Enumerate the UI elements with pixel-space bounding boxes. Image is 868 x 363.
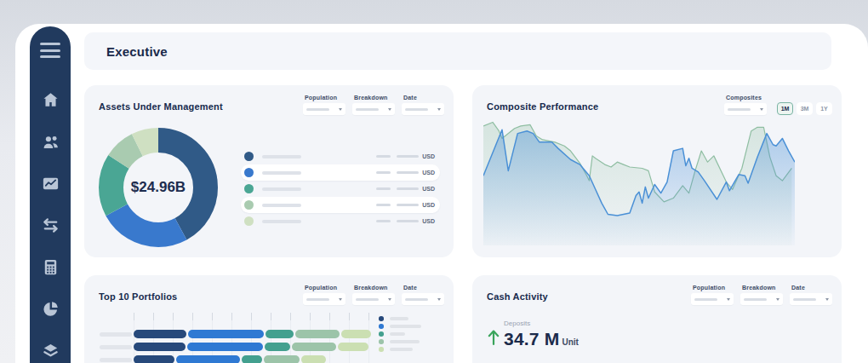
aum-donut-chart: $24.96B [98, 127, 219, 248]
card-composite-performance: Composite Performance Composites 1M3M1Y [472, 85, 842, 257]
text-placeholder [262, 187, 301, 191]
select-placeholder [793, 298, 816, 301]
text-placeholder [390, 348, 413, 351]
select-placeholder [728, 108, 751, 111]
chevron-down-icon [437, 108, 441, 111]
page-header: Executive [84, 32, 831, 70]
text-placeholder [390, 317, 408, 320]
bar-segment [338, 343, 368, 351]
clients-icon[interactable] [41, 132, 60, 152]
chevron-down-icon [437, 298, 441, 301]
aum-legend-row[interactable]: USD [241, 148, 440, 164]
range-button-1m[interactable]: 1M [777, 102, 793, 115]
filter-select-date[interactable] [402, 103, 444, 115]
bar-segment [242, 355, 262, 363]
filter-group-population: Population [303, 95, 345, 115]
metric-label: Deposits [504, 320, 579, 327]
currency-label: USD [422, 186, 435, 192]
aum-legend-row[interactable]: USD [241, 213, 440, 229]
card-title: Assets Under Management [99, 101, 223, 112]
filter-bar: PopulationBreakdownDate [691, 285, 832, 305]
filter-select-composites[interactable] [724, 103, 767, 115]
value-placeholder [376, 155, 391, 158]
filter-group-population: Population [691, 285, 734, 305]
metric-value: 34.7 M [504, 329, 559, 349]
top10-bar-row[interactable] [84, 355, 454, 363]
holdings-layers-icon[interactable] [41, 341, 60, 360]
aum-legend-row[interactable]: USD [241, 181, 440, 197]
filter-label: Date [403, 285, 444, 291]
home-icon[interactable] [41, 90, 60, 110]
filter-select-breakdown[interactable] [740, 293, 783, 305]
card-title: Composite Performance [487, 101, 598, 112]
filter-group-date: Date [402, 95, 444, 115]
filter-group-breakdown: Breakdown [740, 285, 783, 305]
aum-total-value: $24.96B [98, 127, 219, 248]
text-placeholder [390, 340, 420, 343]
legend-dot [244, 152, 254, 161]
aum-legend-row[interactable]: USD [241, 197, 440, 213]
range-button-3m[interactable]: 3M [797, 102, 813, 115]
performance-icon[interactable] [41, 174, 60, 193]
chevron-down-icon [825, 298, 829, 301]
top10-legend-item [379, 316, 421, 321]
text-placeholder [390, 332, 405, 336]
card-title: Cash Activity [487, 291, 548, 302]
top10-legend-item [379, 339, 421, 344]
select-placeholder [405, 298, 428, 301]
filter-group-breakdown: Breakdown [352, 285, 395, 305]
text-placeholder [262, 155, 301, 158]
calculator-icon[interactable] [41, 257, 60, 277]
range-toggle: 1M3M1Y [777, 102, 832, 115]
bar-segment [187, 343, 263, 351]
value-placeholder [397, 204, 419, 207]
filter-select-breakdown[interactable] [352, 103, 395, 115]
filter-label: Date [403, 95, 444, 101]
transfers-icon[interactable] [41, 216, 60, 235]
card-title: Top 10 Portfolios [99, 291, 177, 302]
bar-segment [301, 355, 326, 363]
filter-group-population: Population [303, 285, 345, 305]
deposits-metric: Deposits 34.7 MUnit [487, 320, 579, 349]
filter-select-population[interactable] [303, 103, 345, 115]
currency-label: USD [422, 170, 435, 176]
chevron-down-icon [776, 298, 779, 301]
hamburger-menu-icon[interactable] [40, 43, 60, 58]
value-placeholder [376, 187, 391, 191]
filter-group-breakdown: Breakdown [352, 95, 395, 115]
select-placeholder [306, 108, 329, 111]
filter-group-composites: Composites [724, 95, 767, 115]
filter-select-date[interactable] [790, 293, 832, 305]
text-placeholder [262, 204, 301, 207]
select-placeholder [306, 298, 329, 301]
aum-legend-row[interactable]: USD [241, 164, 440, 181]
currency-label: USD [422, 202, 435, 208]
select-placeholder [744, 298, 767, 301]
chevron-down-icon [339, 298, 342, 301]
legend-dot [244, 168, 254, 177]
select-placeholder [694, 298, 717, 301]
bar-segment [134, 355, 174, 363]
text-placeholder [262, 171, 301, 175]
metric-unit: Unit [562, 337, 578, 347]
bar-segment [188, 330, 264, 338]
filter-label: Breakdown [354, 95, 395, 101]
filter-label: Breakdown [742, 285, 783, 291]
filter-bar: Composites 1M3M1Y [724, 95, 832, 115]
filter-select-population[interactable] [303, 293, 345, 305]
bar-segment [266, 330, 294, 338]
allocation-pie-icon[interactable] [41, 299, 60, 319]
range-button-1y[interactable]: 1Y [816, 102, 832, 115]
legend-dot [379, 339, 384, 344]
page-title: Executive [106, 44, 168, 59]
bar-segment [341, 330, 371, 338]
filter-select-population[interactable] [691, 293, 734, 305]
chevron-down-icon [388, 108, 391, 111]
filter-select-date[interactable] [402, 293, 444, 305]
sidebar [30, 26, 71, 363]
filter-label: Population [693, 285, 734, 291]
bar-segment [176, 355, 240, 363]
value-placeholder [397, 187, 419, 191]
filter-select-breakdown[interactable] [352, 293, 395, 305]
bar-segment [134, 343, 186, 351]
